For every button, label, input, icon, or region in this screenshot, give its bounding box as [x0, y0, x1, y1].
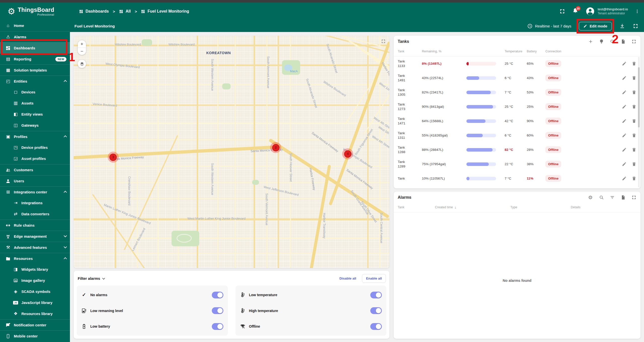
- filter-icon[interactable]: [610, 195, 615, 200]
- sidebar-item-image-gallery[interactable]: Image gallery: [0, 275, 70, 286]
- tanks-fullscreen-icon[interactable]: [631, 39, 636, 44]
- export-icon[interactable]: [621, 39, 626, 44]
- sidebar-item-users[interactable]: Users: [0, 175, 70, 186]
- sidebar-item-resources-library[interactable]: ❖Resources library: [0, 308, 70, 319]
- edit-tank-icon[interactable]: [622, 61, 627, 66]
- edit-tank-icon[interactable]: [622, 104, 627, 109]
- alarms-export-icon[interactable]: [621, 195, 626, 200]
- dashboard-fullscreen-icon[interactable]: [633, 23, 638, 29]
- sidebar-item-asset-profiles[interactable]: ◲Asset profiles: [0, 153, 70, 164]
- delete-tank-icon[interactable]: [632, 133, 636, 138]
- delete-tank-icon[interactable]: [632, 61, 636, 66]
- zoom-in-button[interactable]: +: [78, 40, 86, 48]
- sidebar-item-edge-management[interactable]: Edge management: [0, 231, 70, 242]
- logo[interactable]: ⚙ ThingsBoard Professional: [0, 7, 70, 16]
- delete-tank-icon[interactable]: [632, 162, 636, 166]
- sidebar-item-label: Dashboards: [14, 46, 35, 50]
- sidebar-item-device-profiles[interactable]: ◳Device profiles: [0, 142, 70, 153]
- delete-tank-icon[interactable]: [632, 90, 636, 95]
- gear-icon[interactable]: ⚙: [588, 195, 593, 200]
- sidebar-item-rule-chains[interactable]: Rule chains: [0, 220, 70, 231]
- delete-tank-icon[interactable]: [632, 176, 636, 181]
- delete-tank-icon[interactable]: [632, 147, 636, 152]
- sidebar-item-customers[interactable]: Customers: [0, 164, 70, 175]
- notifications-button[interactable]: 20: [572, 8, 578, 15]
- breadcrumb-item-fuel-level-monitoring[interactable]: Fuel Level Monitoring: [141, 9, 189, 14]
- edit-tank-icon[interactable]: [622, 162, 627, 166]
- toggle-high-temperature[interactable]: [370, 307, 382, 314]
- progress-bar: [466, 91, 496, 94]
- map-zoom-control: + −: [78, 40, 86, 55]
- fullscreen-icon[interactable]: [559, 8, 565, 14]
- sidebar-item-notification-center[interactable]: Notification center: [0, 319, 70, 330]
- sidebar-item-advanced-features[interactable]: ⚒Advanced features: [0, 242, 70, 253]
- alarms-fullscreen-icon[interactable]: [631, 195, 636, 200]
- search-icon[interactable]: [610, 39, 615, 44]
- edit-tank-icon[interactable]: [622, 76, 627, 80]
- edit-tank-icon[interactable]: [622, 133, 627, 138]
- sidebar-item-dashboards[interactable]: Dashboards: [0, 42, 70, 53]
- download-icon[interactable]: [619, 23, 625, 29]
- sidebar-item-entities[interactable]: ◰Entities: [0, 76, 70, 87]
- sidebar-item-label: Advanced features: [14, 246, 47, 250]
- sidebar-item-solution-templates[interactable]: ▩Solution templates: [0, 64, 70, 76]
- sidebar-item-entity-views[interactable]: ◧Entity views: [0, 109, 70, 120]
- enable-all-button[interactable]: Enable all: [362, 274, 386, 283]
- toggle-low-remaning-level[interactable]: [212, 307, 223, 314]
- hint-icon[interactable]: [599, 39, 604, 44]
- sidebar-item-home[interactable]: ⌂Home: [0, 20, 70, 31]
- sidebar-item-scada-symbols[interactable]: ◈SCADA symbols: [0, 286, 70, 297]
- sidebar-item-integrations[interactable]: ⇥Integrations: [0, 197, 70, 209]
- map-layers-button[interactable]: [78, 60, 86, 68]
- dashboard-icon: [141, 9, 145, 14]
- sidebar-item-devices[interactable]: ◻Devices: [0, 87, 70, 98]
- sidebar-item-gateways[interactable]: ◫Gateways: [0, 120, 70, 131]
- sidebar-item-alarms[interactable]: ⚠Alarms: [0, 31, 70, 42]
- filter-label: Low remaning level: [90, 309, 123, 313]
- sidebar-item-profiles[interactable]: ▣Profiles: [0, 131, 70, 142]
- sidebar-item-assets[interactable]: ▥Assets: [0, 98, 70, 109]
- map-fullscreen-icon[interactable]: [381, 39, 386, 44]
- tank-marker[interactable]: 3: [108, 152, 119, 163]
- tank-marker[interactable]: 2: [270, 142, 281, 153]
- temperature-value: 6 °C: [505, 76, 527, 80]
- sidebar-item-javascript-library[interactable]: JSJavaScript library: [0, 297, 70, 308]
- map-canvas[interactable]: Wilshire BoulevardWilshire BoulevardKORE…: [74, 36, 389, 268]
- alarms-search-icon[interactable]: [599, 195, 604, 200]
- sidebar-item-data-converters[interactable]: ⇄Data converters: [0, 209, 70, 220]
- breadcrumb-item-all[interactable]: All: [119, 9, 131, 14]
- filter-label: No alarms: [90, 293, 107, 297]
- col-created-time[interactable]: Created time ↓: [435, 205, 510, 209]
- delete-tank-icon[interactable]: [632, 76, 636, 80]
- breadcrumb-item-dashboards[interactable]: Dashboards: [79, 9, 109, 14]
- sidebar-item-integrations-center[interactable]: ⊞Integrations center: [0, 186, 70, 197]
- add-tank-icon[interactable]: [588, 39, 593, 44]
- sidebar-item-mobile-center[interactable]: Mobile center: [0, 330, 70, 341]
- edit-mode-button[interactable]: Edit mode: [579, 22, 612, 30]
- delete-tank-icon[interactable]: [632, 119, 636, 123]
- more-menu-icon[interactable]: [635, 8, 639, 14]
- edit-tank-icon[interactable]: [622, 176, 627, 181]
- timewindow-button[interactable]: Realtime - last 7 days: [527, 23, 571, 29]
- user-menu[interactable]: test@thingsboard.io Tenant administrator: [585, 7, 628, 16]
- disable-all-button[interactable]: Disable all: [336, 274, 360, 283]
- toggle-low-battery[interactable]: [212, 323, 223, 330]
- toggle-low-temperature[interactable]: [370, 292, 382, 298]
- toggle-offline[interactable]: [370, 323, 382, 330]
- sidebar-item-resources[interactable]: Resources: [0, 253, 70, 264]
- edit-tank-icon[interactable]: [622, 119, 627, 123]
- edit-tank-icon[interactable]: [622, 147, 627, 152]
- tanks-scrollbar[interactable]: [638, 57, 640, 187]
- sidebar-item-widgets-library[interactable]: ◨Widgets library: [0, 264, 70, 275]
- edit-tank-icon[interactable]: [622, 90, 627, 95]
- delete-tank-icon[interactable]: [632, 104, 636, 109]
- tank-marker[interactable]: 4: [342, 148, 353, 159]
- toggle-no-alarms[interactable]: [212, 292, 223, 298]
- sidebar-item-reporting[interactable]: ▤ReportingNEW: [0, 53, 70, 64]
- pencil-icon: [583, 24, 587, 28]
- street-label: West Jefferson Boulevard: [263, 185, 299, 197]
- filter-label: Low battery: [90, 324, 110, 328]
- sidebar-item-label: Edge management: [14, 234, 47, 238]
- filter-alarms-toggle[interactable]: Filter alarms: [78, 276, 105, 281]
- assets-icon: ▥: [13, 101, 18, 106]
